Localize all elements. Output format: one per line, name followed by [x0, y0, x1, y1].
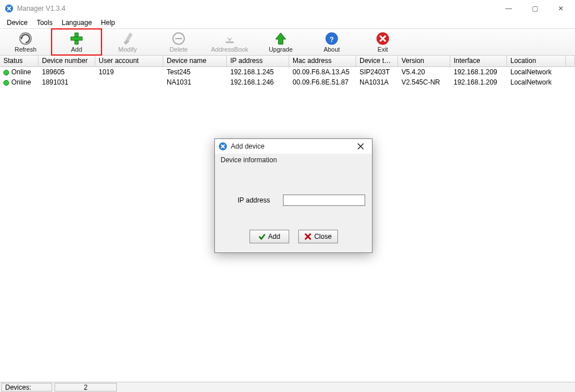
download-icon [222, 31, 237, 46]
cell-status: Online [11, 68, 31, 76]
modify-button[interactable]: Modify [102, 28, 153, 56]
cell-loc: LocalNetwork [507, 78, 566, 86]
exit-label: Exit [378, 46, 388, 53]
minus-circle-icon [171, 31, 186, 46]
cell-ver: V2.545C-NR [398, 78, 450, 86]
cell-status: Online [11, 78, 31, 86]
add-device-dialog: Add device Device information IP address… [214, 138, 373, 253]
cell-devname: NA1031 [163, 78, 227, 86]
svg-marker-9 [227, 33, 232, 41]
col-interface[interactable]: Interface [450, 56, 507, 66]
toolbar: Refresh Add Modify Delete AddressBook Up… [0, 28, 575, 56]
table-header: Status Device number User account Device… [0, 56, 575, 67]
svg-text:?: ? [329, 36, 333, 44]
cell-devname: Test245 [163, 68, 227, 76]
cell-iface: 192.168.1.209 [450, 78, 507, 86]
svg-rect-4 [71, 37, 82, 40]
dialog-title: Add device [231, 142, 264, 150]
dialog-group: Device information IP address Add Close [218, 155, 369, 243]
col-version[interactable]: Version [398, 56, 450, 66]
close-window-button[interactable]: ✕ [548, 0, 574, 17]
statusbar-label: Devices: [1, 383, 52, 391]
addressbook-label: AddressBook [211, 46, 248, 53]
col-spacer [566, 56, 575, 66]
check-icon [258, 233, 266, 241]
close-icon: ✕ [558, 5, 564, 12]
dialog-add-label: Add [268, 233, 280, 241]
maximize-icon: ▢ [532, 5, 538, 12]
menu-device[interactable]: Device [2, 18, 32, 28]
col-device-name[interactable]: Device name [163, 56, 227, 66]
svg-rect-8 [226, 41, 234, 43]
ip-address-label: IP address [238, 196, 283, 204]
cancel-icon [375, 31, 390, 46]
svg-rect-5 [126, 32, 133, 41]
about-label: About [324, 46, 340, 53]
add-label: Add [71, 46, 82, 53]
ip-address-input[interactable] [283, 195, 365, 206]
menubar: Device Tools Language Help [0, 17, 575, 28]
dialog-group-label: Device information [218, 155, 369, 165]
status-online-icon [3, 80, 9, 86]
modify-label: Modify [119, 46, 137, 53]
dialog-close-button[interactable] [353, 140, 369, 153]
col-device-number[interactable]: Device number [39, 56, 95, 66]
window-title: Manager V1.3.4 [17, 5, 65, 12]
refresh-button[interactable]: Refresh [0, 28, 51, 56]
cell-type: NA1031A [356, 78, 398, 86]
upgrade-label: Upgrade [269, 46, 293, 53]
statusbar-count: 2 [54, 383, 117, 391]
menu-help[interactable]: Help [96, 18, 120, 28]
refresh-icon [18, 31, 33, 46]
cell-user: 1019 [95, 68, 163, 76]
app-icon [5, 4, 14, 13]
cell-mac: 00.09.F6.8E.51.87 [289, 78, 356, 86]
cell-devnum: 189605 [39, 68, 95, 76]
col-status[interactable]: Status [0, 56, 39, 66]
cell-type: SIP2403T [356, 68, 398, 76]
minimize-button[interactable]: — [496, 0, 522, 17]
menu-tools[interactable]: Tools [32, 18, 57, 28]
cell-loc: LocalNetwork [507, 68, 566, 76]
delete-label: Delete [170, 46, 188, 53]
add-button[interactable]: Add [51, 28, 102, 56]
cell-devnum: 1891031 [39, 78, 95, 86]
delete-button[interactable]: Delete [153, 28, 204, 56]
col-location[interactable]: Location [507, 56, 566, 66]
cell-iface: 192.168.1.209 [450, 68, 507, 76]
cell-mac: 00.09.F6.8A.13.A5 [289, 68, 356, 76]
col-mac-address[interactable]: Mac address [289, 56, 356, 66]
dialog-close-action-button[interactable]: Close [298, 230, 338, 243]
upgrade-button[interactable]: Upgrade [255, 28, 306, 56]
table-row[interactable]: Online 1891031 NA1031 192.168.1.246 00.0… [0, 77, 575, 87]
col-ip-address[interactable]: IP address [227, 56, 289, 66]
svg-marker-2 [20, 37, 23, 40]
menu-language[interactable]: Language [57, 18, 96, 28]
arrow-up-icon [273, 31, 288, 46]
close-icon [357, 143, 364, 150]
brush-icon [120, 31, 135, 46]
plus-icon [69, 31, 84, 46]
cell-ver: V5.4.20 [398, 68, 450, 76]
col-user-account[interactable]: User account [95, 56, 163, 66]
svg-marker-10 [276, 33, 286, 44]
exit-button[interactable]: Exit [357, 28, 408, 56]
status-online-icon [3, 70, 9, 75]
dialog-close-label: Close [314, 233, 332, 241]
refresh-label: Refresh [15, 46, 37, 53]
titlebar: Manager V1.3.4 — ▢ ✕ [0, 0, 575, 17]
dialog-app-icon [218, 142, 227, 151]
cell-ip: 192.168.1.246 [227, 78, 289, 86]
col-device-type[interactable]: Device type [356, 56, 398, 66]
cell-ip: 192.168.1.245 [227, 68, 289, 76]
maximize-button[interactable]: ▢ [522, 0, 548, 17]
addressbook-button[interactable]: AddressBook [204, 28, 255, 56]
dialog-titlebar[interactable]: Add device [215, 139, 372, 154]
about-button[interactable]: ? About [306, 28, 357, 56]
question-icon: ? [324, 31, 339, 46]
x-icon [304, 233, 312, 241]
statusbar: Devices: 2 [0, 382, 575, 392]
svg-rect-7 [175, 38, 182, 39]
table-row[interactable]: Online 189605 1019 Test245 192.168.1.245… [0, 67, 575, 77]
dialog-add-button[interactable]: Add [250, 230, 289, 243]
